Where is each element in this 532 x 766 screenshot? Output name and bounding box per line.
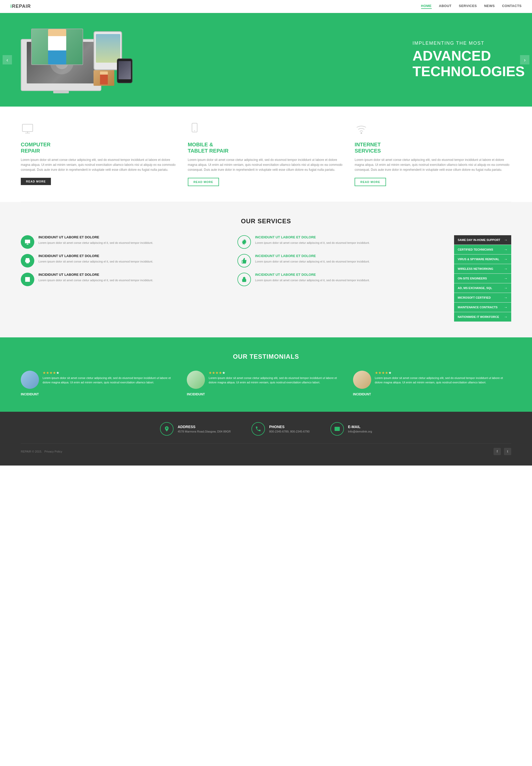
nav-services[interactable]: SERVICES <box>459 4 477 9</box>
hero-title: ADVANCED TECHNOLOGIES <box>413 48 511 79</box>
service-card-4-desc: Lorem ipsum dolor sit amet conse ctetur … <box>255 241 370 245</box>
feature-internet-desc: Lorem ipsum dolor sit amet conse ctetur … <box>355 157 511 173</box>
feature-mobile-repair: MOBILE & TABLET REPAIR Lorem ipsum dolor… <box>188 122 344 186</box>
service-card-3-desc: Lorem ipsum dolor sit amet conse ctetur … <box>38 278 153 282</box>
feature-computer-desc: Lorem ipsum dolor sit amet conse ctetur … <box>21 157 177 173</box>
service-card-4: INCIDIDUNT UT LABORE ET DOLORE Lorem ips… <box>237 235 449 249</box>
svg-rect-11 <box>26 261 29 263</box>
testimonial-3-stars: ★★★★★ <box>375 370 511 375</box>
testimonial-1-text: Lorem ipsum dolor sit amet conse ctetur … <box>43 376 179 385</box>
feature-computer-title: COMPUTER REPAIR <box>21 141 177 154</box>
social-facebook[interactable]: f <box>494 448 501 455</box>
logo[interactable]: iREPAIR <box>10 4 31 9</box>
feature-computer-repair: COMPUTER REPAIR Lorem ipsum dolor sit am… <box>21 122 177 186</box>
testimonial-2-text: Lorem ipsum dolor sit amet conse ctetur … <box>209 376 345 385</box>
footer-address-detail: 4578 Marmora Road,Glasgow, D04 89GR <box>178 430 231 433</box>
service-icon-thumb <box>237 254 251 267</box>
footer-email-detail: Info@demolink.org <box>348 430 372 433</box>
service-card-6-title: INCIDIDUNT UT LABORE ET DOLORE <box>255 273 370 276</box>
svg-point-5 <box>361 133 362 134</box>
internet-icon <box>355 122 511 137</box>
svg-rect-13 <box>26 277 29 279</box>
footer-address-icon <box>160 422 174 436</box>
feature-internet-readmore[interactable]: READ MORE <box>355 178 386 186</box>
nav-about[interactable]: ABOUT <box>439 4 452 9</box>
footer-address-title: ADDRESS <box>178 425 231 429</box>
footer: ADDRESS 4578 Marmora Road,Glasgow, D04 8… <box>0 412 532 466</box>
service-card-5: INCIDIDUNT UT LABORE ET DOLORE Lorem ips… <box>237 254 449 267</box>
services-middle-column: INCIDIDUNT UT LABORE ET DOLORE Lorem ips… <box>237 235 449 322</box>
footer-copy: REPAIR © 2015. Privacy Policy <box>21 450 62 453</box>
service-list-item-3[interactable]: WIRELESS NETWORKING → <box>454 264 511 274</box>
svg-rect-14 <box>26 279 29 281</box>
hero-prev-button[interactable]: ‹ <box>3 55 12 64</box>
service-icon-lock <box>237 273 251 286</box>
computer-repair-icon <box>21 122 177 137</box>
hero-person1-image <box>31 29 83 65</box>
testimonial-1-stars: ★★★★★ <box>43 370 179 375</box>
service-card-1-desc: Lorem ipsum dolor sit amet conse ctetur … <box>38 241 153 245</box>
service-list-item-1[interactable]: CERTIFIED TECHNICIANS → <box>454 245 511 254</box>
service-card-1: INCIDIDUNT UT LABORE ET DOLORE Lorem ips… <box>21 235 232 249</box>
feature-internet-title: INTERNET SERVICES <box>355 141 511 154</box>
footer-address: ADDRESS 4578 Marmora Road,Glasgow, D04 8… <box>160 422 231 436</box>
service-card-3-title: INCIDIDUNT UT LABORE ET DOLORE <box>38 273 153 276</box>
testimonial-1: ★★★★★ Lorem ipsum dolor sit amet conse c… <box>21 370 179 396</box>
testimonials-section: OUR TESTIMONIALS ★★★★★ Lorem ipsum dolor… <box>0 337 532 412</box>
service-card-5-title: INCIDIDUNT UT LABORE ET DOLORE <box>255 254 370 258</box>
service-card-2-desc: Lorem ipsum dolor sit amet conse ctetur … <box>38 259 153 264</box>
hero-text: IMPLEMENTING THE MOST ADVANCED TECHNOLOG… <box>413 41 511 79</box>
privacy-link[interactable]: Privacy Policy <box>44 450 62 453</box>
testimonials-title: OUR TESTIMONIALS <box>21 353 511 360</box>
service-card-2-title: INCIDIDUNT UT LABORE ET DOLORE <box>38 254 153 258</box>
services-left-column: INCIDIDUNT UT LABORE ET DOLORE Lorem ips… <box>21 235 232 322</box>
footer-email-icon <box>330 422 344 436</box>
footer-phones-title: PHONES <box>269 425 309 429</box>
service-icon-save <box>21 273 34 286</box>
testimonial-1-avatar <box>21 370 39 389</box>
services-right-column: SAME DAY IN-HOME SUPPORT → CERTIFIED TEC… <box>454 235 511 322</box>
footer-email: E-MAIL Info@demolink.org <box>330 422 372 436</box>
service-list-item-7[interactable]: MAINTENANCE CONTRACTS → <box>454 302 511 312</box>
footer-phones-detail: 800-2345-6789, 800-2345-6790 <box>269 430 309 433</box>
service-list-item-8[interactable]: NATIONWIDE IT WORKFORCE → <box>454 312 511 322</box>
testimonial-3-avatar <box>353 370 371 389</box>
nav-home[interactable]: HOME <box>421 4 432 9</box>
feature-internet-services: INTERNET SERVICES Lorem ipsum dolor sit … <box>355 122 511 186</box>
service-icon-gear <box>237 235 251 249</box>
feature-mobile-readmore[interactable]: READ MORE <box>188 178 219 186</box>
service-card-3: INCIDIDUNT UT LABORE ET DOLORE Lorem ips… <box>21 273 232 286</box>
testimonial-1-name: INCIDIDUNT <box>21 393 179 396</box>
footer-phones: PHONES 800-2345-6789, 800-2345-6790 <box>251 422 309 436</box>
service-list-item-4[interactable]: ON-SITE ENGINEERS → <box>454 274 511 283</box>
svg-rect-0 <box>22 124 33 131</box>
testimonial-3-name: INCIDIDUNT <box>353 393 511 396</box>
hero-section: ‹ <box>0 13 532 107</box>
mobile-repair-icon <box>188 122 344 137</box>
social-twitter[interactable]: t <box>504 448 511 455</box>
feature-mobile-desc: Lorem ipsum dolor sit amet conse ctetur … <box>188 157 344 173</box>
footer-contact-row: ADDRESS 4578 Marmora Road,Glasgow, D04 8… <box>21 422 511 436</box>
testimonial-2-stars: ★★★★★ <box>209 370 345 375</box>
service-list-item-6[interactable]: MICROSOFT CERTIFIED → <box>454 293 511 302</box>
service-card-2: INCIDIDUNT UT LABORE ET DOLORE Lorem ips… <box>21 254 232 267</box>
nav-contacts[interactable]: CONTACTS <box>502 4 522 9</box>
main-nav: HOME ABOUT SERVICES NEWS CONTACTS <box>421 4 522 9</box>
footer-email-title: E-MAIL <box>348 425 372 429</box>
footer-phones-icon <box>251 422 265 436</box>
header: iREPAIR HOME ABOUT SERVICES NEWS CONTACT… <box>0 0 532 13</box>
social-icons: f t <box>494 448 511 455</box>
service-icon-print <box>21 254 34 267</box>
testimonial-3: ★★★★★ Lorem ipsum dolor sit amet conse c… <box>353 370 511 396</box>
hero-next-button[interactable]: › <box>520 55 529 64</box>
testimonial-2: ★★★★★ Lorem ipsum dolor sit amet conse c… <box>187 370 345 396</box>
testimonial-2-name: INCIDIDUNT <box>187 393 345 396</box>
service-list-item-0[interactable]: SAME DAY IN-HOME SUPPORT → <box>454 235 511 245</box>
service-card-5-desc: Lorem ipsum dolor sit amet conse ctetur … <box>255 259 370 264</box>
nav-news[interactable]: NEWS <box>484 4 495 9</box>
service-list-item-5[interactable]: AD, MS EXCHANGE, SQL → <box>454 283 511 293</box>
feature-computer-readmore[interactable]: READ MORE <box>21 178 51 185</box>
hero-images <box>21 29 135 91</box>
service-list-item-2[interactable]: VIRUS & SPYWARE REMOVAL → <box>454 254 511 264</box>
service-icon-monitor <box>21 235 34 249</box>
